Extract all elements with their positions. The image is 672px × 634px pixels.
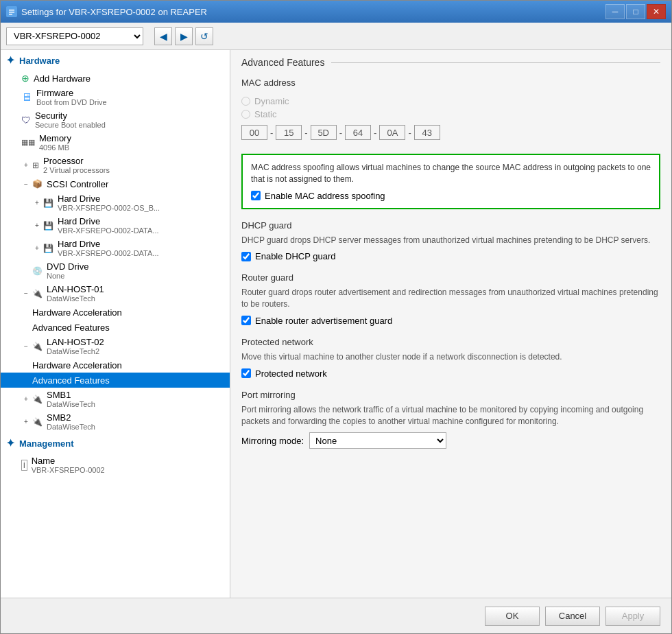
sidebar-item-hard-drive-1[interactable]: + 💾 Hard Drive VBR-XFSREPO-0002-OS_B... <box>1 191 230 214</box>
lan02-label: LAN-HOST-02 <box>47 337 104 347</box>
hd1-icon: 💾 <box>43 198 53 208</box>
port-mirroring-title: Port mirroring <box>241 390 660 400</box>
mac-field-6[interactable] <box>414 125 440 140</box>
sidebar-item-hard-drive-2[interactable]: + 💾 Hard Drive VBR-XFSREPO-0002-DATA... <box>1 214 230 237</box>
sidebar-item-processor[interactable]: + ⊞ Processor 2 Virtual processors <box>1 154 230 176</box>
hd1-sub: VBR-XFSREPO-0002-OS_B... <box>58 204 160 212</box>
window-controls: ─ □ ✕ <box>605 4 666 19</box>
router-guard-checkbox[interactable] <box>241 316 251 325</box>
sidebar-item-lan-host-01[interactable]: − 🔌 LAN-HOST-01 DataWiseTech <box>1 282 230 305</box>
hd2-expander[interactable]: + <box>32 221 42 231</box>
sidebar-item-hw-accel-2[interactable]: Hardware Acceleration <box>1 357 230 373</box>
lan01-icon: 🔌 <box>32 289 43 298</box>
router-guard-description: Router guard drops router advertisement … <box>241 287 660 310</box>
sidebar-item-name[interactable]: i Name VBR-XFSREPO-0002 <box>1 454 230 476</box>
sidebar-item-adv-feat-2[interactable]: Advanced Features <box>1 373 230 388</box>
lan02-expander[interactable]: − <box>21 342 31 351</box>
dhcp-guard-checkbox-row: Enable DHCP guard <box>241 251 660 261</box>
window-title: Settings for VBR-XFSREPO-0002 on REAPER <box>21 7 605 17</box>
scsi-expander[interactable]: − <box>21 179 31 189</box>
mac-spoofing-checkbox[interactable] <box>251 191 261 200</box>
toolbar: VBR-XFSREPO-0002 ◀ ▶ ↺ <box>1 23 671 50</box>
protected-network-label: Protected network <box>255 368 327 379</box>
dhcp-guard-checkbox[interactable] <box>241 252 251 261</box>
right-panel-header: Advanced Features <box>230 50 671 72</box>
static-radio[interactable] <box>241 110 250 119</box>
mac-spoofing-label: Enable MAC address spoofing <box>265 191 385 201</box>
hd1-label: Hard Drive <box>58 193 160 204</box>
dynamic-radio[interactable] <box>241 97 250 106</box>
sidebar-item-hw-accel-1[interactable]: Hardware Acceleration <box>1 305 230 320</box>
name-label: Name <box>32 456 105 466</box>
mac-field-2[interactable] <box>276 125 302 140</box>
smb1-icon: 🔌 <box>32 395 43 404</box>
processor-expander[interactable]: + <box>21 161 31 170</box>
router-guard-section: Router guard Router guard drops router a… <box>241 272 660 326</box>
cancel-button[interactable]: Cancel <box>545 607 600 626</box>
refresh-button[interactable]: ↺ <box>195 27 213 45</box>
smb1-expander[interactable]: + <box>21 395 31 404</box>
router-guard-title: Router guard <box>241 272 660 283</box>
vm-dropdown[interactable]: VBR-XFSREPO-0002 <box>6 27 143 45</box>
sidebar-item-memory[interactable]: ▦▦ Memory 4096 MB <box>1 131 230 154</box>
hd3-expander[interactable]: + <box>32 244 42 253</box>
smb1-label: SMB1 <box>47 390 95 400</box>
firmware-sub: Boot from DVD Drive <box>36 98 107 106</box>
protected-network-section: Protected network Move this virtual mach… <box>241 337 660 379</box>
right-panel: Advanced Features MAC address Dynamic S <box>230 50 671 598</box>
forward-button[interactable]: ▶ <box>175 27 193 45</box>
dynamic-radio-row: Dynamic <box>241 96 660 106</box>
port-mirroring-section: Port mirroring Port mirroring allows the… <box>241 390 660 449</box>
sidebar-item-firmware[interactable]: 🖥 Firmware Boot from DVD Drive <box>1 86 230 108</box>
mac-fields: - - - - - <box>241 125 660 140</box>
sidebar-item-adv-feat-1[interactable]: Advanced Features <box>1 320 230 335</box>
mac-field-5[interactable] <box>379 125 405 140</box>
security-icon: 🛡 <box>21 115 31 126</box>
sidebar-item-dvd-drive[interactable]: 💿 DVD Drive None <box>1 259 230 282</box>
sidebar-item-hard-drive-3[interactable]: + 💾 Hard Drive VBR-XFSREPO-0002-DATA... <box>1 237 230 259</box>
title-bar: Settings for VBR-XFSREPO-0002 on REAPER … <box>1 1 671 23</box>
hardware-label: Hardware <box>19 56 60 66</box>
mac-sep-5: - <box>407 128 412 138</box>
sidebar-item-scsi-controller[interactable]: − 📦 SCSI Controller <box>1 176 230 191</box>
memory-icon: ▦▦ <box>21 138 35 147</box>
hw-accel-2-label: Hardware Acceleration <box>32 360 122 371</box>
close-button[interactable]: ✕ <box>647 4 666 19</box>
lan01-expander[interactable]: − <box>21 289 31 298</box>
sidebar-item-smb2[interactable]: + 🔌 SMB2 DataWiseTech <box>1 410 230 433</box>
sidebar-item-smb1[interactable]: + 🔌 SMB1 DataWiseTech <box>1 388 230 410</box>
static-radio-row: Static <box>241 109 660 119</box>
mac-field-3[interactable] <box>311 125 337 140</box>
svg-rect-3 <box>9 14 12 15</box>
svg-rect-1 <box>9 10 14 11</box>
dynamic-label: Dynamic <box>254 96 289 106</box>
dvd-label: DVD Drive <box>47 261 88 272</box>
hd2-sub: VBR-XFSREPO-0002-DATA... <box>58 226 159 235</box>
maximize-button[interactable]: □ <box>626 4 645 19</box>
smb2-expander[interactable]: + <box>21 417 31 427</box>
mirroring-row: Mirroring mode: None Source Destination … <box>241 432 660 449</box>
sidebar-item-security[interactable]: 🛡 Security Secure Boot enabled <box>1 108 230 131</box>
protected-network-checkbox-row: Protected network <box>241 368 660 379</box>
port-mirroring-description: Port mirroring allows the network traffi… <box>241 404 660 427</box>
mac-section: Dynamic Static - - - <box>241 93 660 143</box>
mac-sep-1: - <box>269 128 274 138</box>
static-label: Static <box>254 109 277 119</box>
lan01-label: LAN-HOST-01 <box>47 284 104 294</box>
window-icon <box>6 6 17 17</box>
adv-feat-2-label: Advanced Features <box>32 375 110 386</box>
smb1-sub: DataWiseTech <box>47 400 95 408</box>
ok-button[interactable]: OK <box>485 607 540 626</box>
sidebar-item-add-hardware[interactable]: ⊕ Add Hardware <box>1 71 230 86</box>
hd2-label: Hard Drive <box>58 216 159 226</box>
apply-button[interactable]: Apply <box>605 607 660 626</box>
hd1-expander[interactable]: + <box>32 198 42 208</box>
protected-network-checkbox[interactable] <box>241 368 251 378</box>
mac-field-1[interactable] <box>241 125 267 140</box>
back-button[interactable]: ◀ <box>154 27 172 45</box>
sidebar-item-lan-host-02[interactable]: − 🔌 LAN-HOST-02 DataWiseTech2 <box>1 335 230 357</box>
mirroring-mode-select[interactable]: None Source Destination Monitor <box>309 432 446 449</box>
lan01-sub: DataWiseTech <box>47 294 104 303</box>
mac-field-4[interactable] <box>345 125 371 140</box>
minimize-button[interactable]: ─ <box>605 4 625 19</box>
